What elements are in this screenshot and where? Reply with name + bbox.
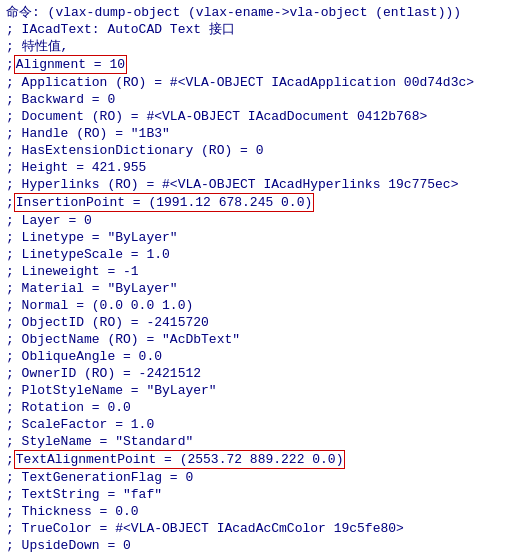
code-line: ; Linetype = "ByLayer" bbox=[6, 229, 509, 246]
code-line: ; InsertionPoint = (1991.12 678.245 0.0) bbox=[6, 193, 509, 212]
code-line: ; Rotation = 0.0 bbox=[6, 399, 509, 416]
code-line: ; StyleName = "Standard" bbox=[6, 433, 509, 450]
code-line: ; Backward = 0 bbox=[6, 91, 509, 108]
code-line: ; Hyperlinks (RO) = #<VLA-OBJECT IAcadHy… bbox=[6, 176, 509, 193]
code-line: ; Layer = 0 bbox=[6, 212, 509, 229]
code-line: ; OwnerID (RO) = -2421512 bbox=[6, 365, 509, 382]
code-line: ; PlotStyleName = "ByLayer" bbox=[6, 382, 509, 399]
line-prefix: ; bbox=[6, 57, 14, 72]
code-line: ; Normal = (0.0 0.0 1.0) bbox=[6, 297, 509, 314]
code-line: ; TextString = "faf" bbox=[6, 486, 509, 503]
code-line: ; Thickness = 0.0 bbox=[6, 503, 509, 520]
highlighted-property: InsertionPoint = (1991.12 678.245 0.0) bbox=[14, 193, 314, 212]
line-prefix: ; bbox=[6, 452, 14, 467]
code-line: ; ScaleFactor = 1.0 bbox=[6, 416, 509, 433]
code-line: ; Alignment = 10 bbox=[6, 55, 509, 74]
code-line: ; LinetypeScale = 1.0 bbox=[6, 246, 509, 263]
highlighted-property: Alignment = 10 bbox=[14, 55, 127, 74]
code-line: ; Material = "ByLayer" bbox=[6, 280, 509, 297]
code-line: ; TrueColor = #<VLA-OBJECT IAcadAcCmColo… bbox=[6, 520, 509, 537]
code-line: ; Handle (RO) = "1B3" bbox=[6, 125, 509, 142]
code-line: ; 特性值, bbox=[6, 38, 509, 55]
code-line: ; IAcadText: AutoCAD Text 接口 bbox=[6, 21, 509, 38]
code-line: ; HasExtensionDictionary (RO) = 0 bbox=[6, 142, 509, 159]
main-container: 命令: (vlax-dump-object (vlax-ename->vla-o… bbox=[0, 0, 515, 557]
code-line: ; Height = 421.955 bbox=[6, 159, 509, 176]
code-line: ; UpsideDown = 0 bbox=[6, 537, 509, 554]
code-line: ; Lineweight = -1 bbox=[6, 263, 509, 280]
code-line: ; Application (RO) = #<VLA-OBJECT IAcadA… bbox=[6, 74, 509, 91]
code-line: ; ObliqueAngle = 0.0 bbox=[6, 348, 509, 365]
code-line: ; TextGenerationFlag = 0 bbox=[6, 469, 509, 486]
code-line: ; ObjectName (RO) = "AcDbText" bbox=[6, 331, 509, 348]
highlighted-property: TextAlignmentPoint = (2553.72 889.222 0.… bbox=[14, 450, 346, 469]
code-line: 命令: (vlax-dump-object (vlax-ename->vla-o… bbox=[6, 4, 509, 21]
code-line: ; ObjectID (RO) = -2415720 bbox=[6, 314, 509, 331]
code-line: ; TextAlignmentPoint = (2553.72 889.222 … bbox=[6, 450, 509, 469]
code-line: ; Document (RO) = #<VLA-OBJECT IAcadDocu… bbox=[6, 108, 509, 125]
line-prefix: ; bbox=[6, 195, 14, 210]
